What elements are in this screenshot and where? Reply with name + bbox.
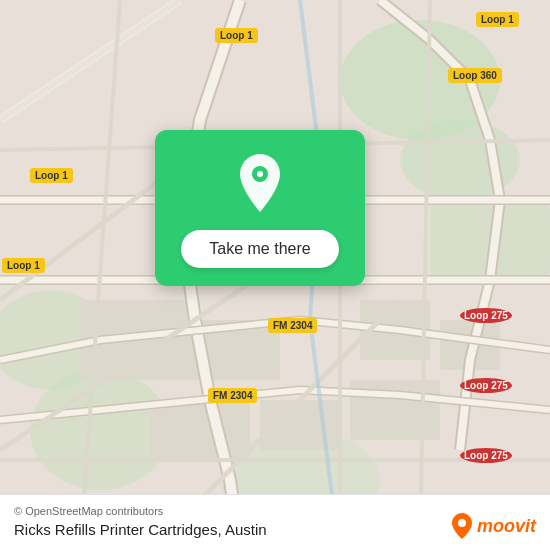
svg-point-30 [458, 519, 466, 527]
location-pin-icon [234, 152, 286, 214]
road-label-loop1-left: Loop 1 [30, 168, 73, 183]
location-icon-wrap [234, 152, 286, 218]
svg-point-29 [257, 171, 263, 177]
road-label-loop275-mid: Loop 275 [460, 378, 512, 393]
road-label-loop275-bot: Loop 275 [460, 448, 512, 463]
action-card: Take me there [155, 130, 365, 286]
road-label-loop275-top: Loop 275 [460, 308, 512, 323]
moovit-logo[interactable]: moovit [451, 512, 536, 540]
moovit-pin-icon [451, 512, 473, 540]
svg-rect-9 [150, 400, 250, 460]
road-label-loop1-bottom: Loop 1 [2, 258, 45, 273]
road-label-fm2304-top: FM 2304 [268, 318, 317, 333]
map-container: Loop 1 Loop 360 Loop 1 Loop 1 FM 2304 FM… [0, 0, 550, 550]
svg-point-5 [30, 370, 170, 490]
take-me-there-button[interactable]: Take me there [181, 230, 338, 268]
road-label-fm2304-bottom: FM 2304 [208, 388, 257, 403]
road-label-loop360: Loop 360 [448, 68, 502, 83]
road-label-loop1-top: Loop 1 [215, 28, 258, 43]
road-label-loop1-topright: Loop 1 [476, 12, 519, 27]
moovit-text: moovit [477, 516, 536, 537]
